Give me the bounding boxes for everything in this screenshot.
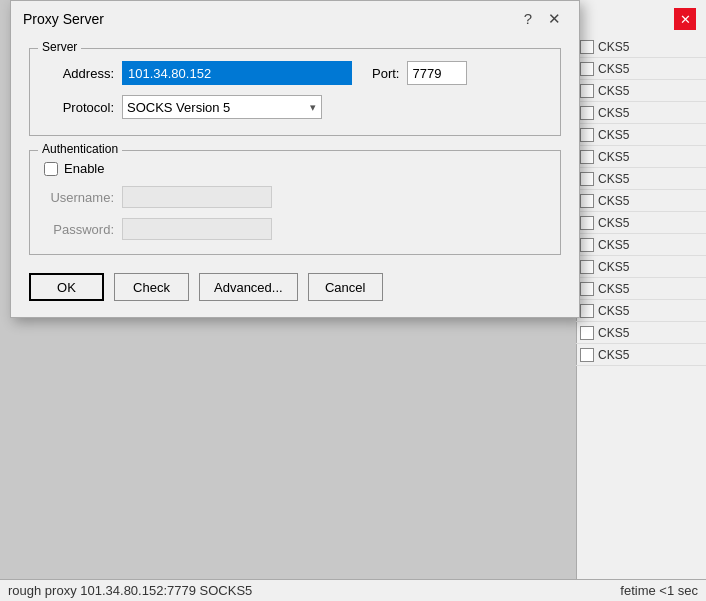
username-row: Username: [44,186,546,208]
bg-list-item: CKS5 [576,124,706,146]
password-row: Password: [44,218,546,240]
bg-list-item: CKS5 [576,234,706,256]
auth-section-label: Authentication [38,142,122,156]
bg-item-text: CKS5 [598,150,629,164]
auth-section: Authentication Enable Username: Password… [29,150,561,255]
bg-item-checkbox [580,194,594,208]
bg-item-checkbox [580,304,594,318]
background-panel: ✕ CKS5CKS5CKS5CKS5CKS5CKS5CKS5CKS5CKS5CK… [576,0,706,601]
bg-item-text: CKS5 [598,326,629,340]
bg-list-item: CKS5 [576,256,706,278]
port-input[interactable] [407,61,467,85]
bg-list-item: CKS5 [576,278,706,300]
bg-item-text: CKS5 [598,172,629,186]
background-list: CKS5CKS5CKS5CKS5CKS5CKS5CKS5CKS5CKS5CKS5… [576,36,706,366]
protocol-row: Protocol: SOCKS Version 4 SOCKS Version … [44,95,546,119]
bg-item-checkbox [580,150,594,164]
cancel-button[interactable]: Cancel [308,273,383,301]
dialog-titlebar: Proxy Server ? ✕ [11,1,579,36]
bg-item-checkbox [580,326,594,340]
bg-list-item: CKS5 [576,322,706,344]
ok-button[interactable]: OK [29,273,104,301]
bg-item-text: CKS5 [598,194,629,208]
bg-item-checkbox [580,106,594,120]
bg-item-text: CKS5 [598,216,629,230]
dialog-title-buttons: ? ✕ [518,9,567,28]
username-input[interactable] [122,186,272,208]
bg-item-checkbox [580,62,594,76]
password-label: Password: [44,222,114,237]
bg-item-checkbox [580,84,594,98]
bg-item-checkbox [580,238,594,252]
check-button[interactable]: Check [114,273,189,301]
bg-item-checkbox [580,172,594,186]
bg-list-item: CKS5 [576,102,706,124]
bg-list-item: CKS5 [576,344,706,366]
bg-item-checkbox [580,40,594,54]
protocol-select-wrapper: SOCKS Version 4 SOCKS Version 5 HTTP [122,95,322,119]
bg-item-checkbox [580,348,594,362]
password-input[interactable] [122,218,272,240]
status-bar: rough proxy 101.34.80.152:7779 SOCKS5 fe… [0,579,706,601]
bg-item-checkbox [580,260,594,274]
address-input[interactable] [122,61,352,85]
enable-checkbox[interactable] [44,162,58,176]
server-section: Server Address: Port: Protocol: SOCKS Ve… [29,48,561,136]
bg-item-text: CKS5 [598,106,629,120]
username-label: Username: [44,190,114,205]
bg-list-item: CKS5 [576,212,706,234]
dialog-close-button[interactable]: ✕ [542,9,567,28]
background-close-button[interactable]: ✕ [674,8,696,30]
enable-label: Enable [64,161,104,176]
bg-list-item: CKS5 [576,58,706,80]
dialog-body: Server Address: Port: Protocol: SOCKS Ve… [11,36,579,317]
bg-item-text: CKS5 [598,128,629,142]
address-port-row: Address: Port: [44,61,546,85]
bg-item-checkbox [580,128,594,142]
proxy-server-dialog: Proxy Server ? ✕ Server Address: Port: P… [10,0,580,318]
port-label: Port: [372,66,399,81]
protocol-select[interactable]: SOCKS Version 4 SOCKS Version 5 HTTP [122,95,322,119]
advanced-button[interactable]: Advanced... [199,273,298,301]
bg-item-text: CKS5 [598,348,629,362]
bg-item-text: CKS5 [598,62,629,76]
protocol-label: Protocol: [44,100,114,115]
dialog-title: Proxy Server [23,11,104,27]
bg-item-text: CKS5 [598,304,629,318]
bg-item-text: CKS5 [598,260,629,274]
bg-item-text: CKS5 [598,238,629,252]
bg-item-text: CKS5 [598,282,629,296]
bg-item-checkbox [580,216,594,230]
bg-list-item: CKS5 [576,146,706,168]
bg-list-item: CKS5 [576,300,706,322]
dialog-help-button[interactable]: ? [518,9,538,28]
bg-item-text: CKS5 [598,84,629,98]
bg-item-checkbox [580,282,594,296]
bg-list-item: CKS5 [576,190,706,212]
address-label: Address: [44,66,114,81]
server-section-label: Server [38,40,81,54]
status-right-text: fetime <1 sec [620,583,698,598]
bg-item-text: CKS5 [598,40,629,54]
bg-list-item: CKS5 [576,168,706,190]
bg-list-item: CKS5 [576,36,706,58]
background-close-icon: ✕ [680,12,691,27]
bg-list-item: CKS5 [576,80,706,102]
status-text: rough proxy 101.34.80.152:7779 SOCKS5 [8,583,252,598]
enable-checkbox-row: Enable [44,161,546,176]
button-row: OK Check Advanced... Cancel [29,269,561,303]
